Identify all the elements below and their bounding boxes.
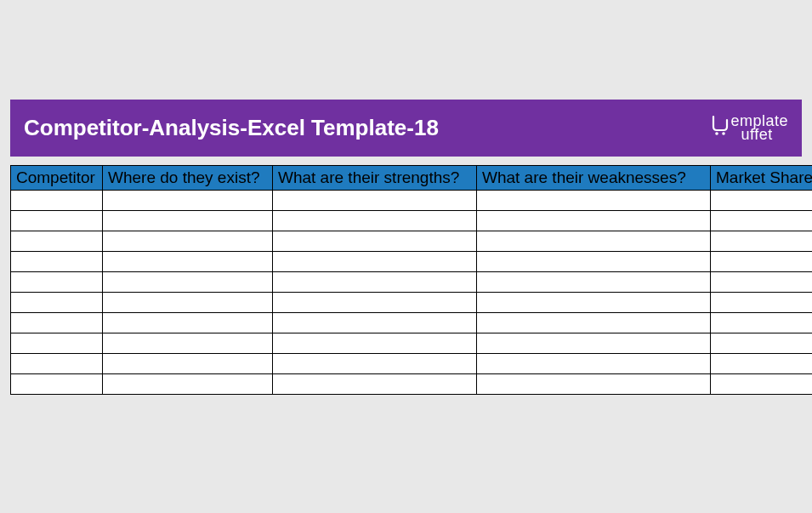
cell[interactable] — [273, 374, 477, 395]
cell[interactable] — [11, 231, 103, 252]
cell[interactable] — [273, 354, 477, 374]
cell[interactable] — [273, 231, 477, 252]
cell[interactable] — [477, 252, 711, 272]
cell[interactable] — [273, 293, 477, 313]
table-row — [11, 252, 813, 272]
cell[interactable] — [11, 191, 103, 211]
cell[interactable] — [103, 252, 273, 272]
cell[interactable] — [711, 211, 813, 231]
cell[interactable] — [711, 374, 813, 395]
cell[interactable] — [11, 252, 103, 272]
header-bar: Competitor-Analysis-Excel Template-18 em… — [10, 100, 802, 157]
cell[interactable] — [11, 354, 103, 374]
cell[interactable] — [11, 333, 103, 354]
cell[interactable] — [103, 374, 273, 395]
cell[interactable] — [273, 272, 477, 293]
table-row — [11, 293, 813, 313]
competitor-table: Competitor Where do they exist? What are… — [10, 165, 812, 395]
table-row — [11, 272, 813, 293]
cell[interactable] — [477, 374, 711, 395]
svg-point-1 — [723, 132, 726, 135]
table-row — [11, 211, 813, 231]
col-header-exist: Where do they exist? — [103, 166, 273, 191]
cell[interactable] — [11, 293, 103, 313]
cell[interactable] — [273, 211, 477, 231]
cell[interactable] — [711, 231, 813, 252]
table-row — [11, 354, 813, 374]
cell[interactable] — [273, 191, 477, 211]
table-row — [11, 313, 813, 333]
cell[interactable] — [11, 211, 103, 231]
col-header-strengths: What are their strengths? — [273, 166, 477, 191]
cell[interactable] — [477, 354, 711, 374]
cell[interactable] — [711, 272, 813, 293]
table-row — [11, 333, 813, 354]
cell[interactable] — [477, 313, 711, 333]
cell[interactable] — [711, 333, 813, 354]
svg-point-0 — [716, 132, 719, 135]
logo-text: emplate uffet — [730, 115, 788, 141]
cell[interactable] — [711, 252, 813, 272]
logo-line2: uffet — [730, 128, 788, 141]
cell[interactable] — [477, 231, 711, 252]
cell[interactable] — [477, 333, 711, 354]
cell[interactable] — [11, 374, 103, 395]
cell[interactable] — [273, 333, 477, 354]
cell[interactable] — [273, 252, 477, 272]
cell[interactable] — [477, 191, 711, 211]
cell[interactable] — [103, 333, 273, 354]
table-header-row: Competitor Where do they exist? What are… — [11, 166, 813, 191]
spacer — [10, 157, 802, 165]
cell[interactable] — [273, 313, 477, 333]
cell[interactable] — [103, 231, 273, 252]
col-header-weaknesses: What are their weaknesses? — [477, 166, 711, 191]
cell[interactable] — [103, 211, 273, 231]
cart-icon — [712, 115, 729, 135]
cell[interactable] — [103, 354, 273, 374]
cell[interactable] — [103, 313, 273, 333]
cell[interactable] — [711, 313, 813, 333]
table-body — [11, 191, 813, 395]
logo: emplate uffet — [712, 115, 788, 141]
cell[interactable] — [477, 211, 711, 231]
cell[interactable] — [711, 293, 813, 313]
cell[interactable] — [477, 293, 711, 313]
cell[interactable] — [103, 272, 273, 293]
cell[interactable] — [11, 272, 103, 293]
table-row — [11, 231, 813, 252]
cell[interactable] — [103, 191, 273, 211]
template-container: Competitor-Analysis-Excel Template-18 em… — [10, 100, 802, 395]
col-header-share: Market Share — [711, 166, 813, 191]
cell[interactable] — [477, 272, 711, 293]
col-header-competitor: Competitor — [11, 166, 103, 191]
cell[interactable] — [103, 293, 273, 313]
cell[interactable] — [711, 354, 813, 374]
table-row — [11, 374, 813, 395]
cell[interactable] — [711, 191, 813, 211]
table-row — [11, 191, 813, 211]
cell[interactable] — [11, 313, 103, 333]
page-title: Competitor-Analysis-Excel Template-18 — [24, 115, 439, 141]
